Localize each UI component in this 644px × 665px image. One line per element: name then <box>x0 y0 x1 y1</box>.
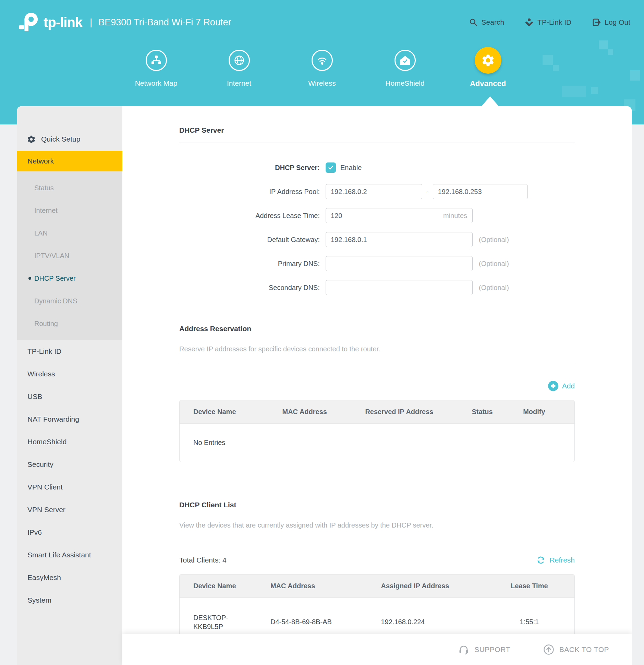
col-device-name: Device Name <box>180 575 270 598</box>
sidebar-item-iptv-vlan[interactable]: IPTV/VLAN <box>17 244 122 267</box>
secondary-dns-label: Secondary DNS: <box>179 284 326 292</box>
divider <box>179 363 575 363</box>
section-title-dhcp-server: DHCP Server <box>179 126 575 134</box>
dhcp-enable-row: DHCP Server: Enable <box>179 160 575 175</box>
nav-network-map[interactable]: Network Map <box>115 50 198 88</box>
ip-pool-start-input[interactable] <box>326 184 422 199</box>
dhcp-server-section: DHCP Server DHCP Server: Enable IP Add <box>179 126 575 295</box>
plus-icon <box>548 381 558 391</box>
main-nav: Network Map Internet <box>0 50 644 88</box>
back-to-top-button[interactable]: BACK TO TOP <box>543 644 609 655</box>
sidebar-item-nat-forwarding[interactable]: NAT Forwarding <box>17 408 122 431</box>
up-arrow-circle-icon <box>543 644 555 655</box>
active-bullet <box>28 277 31 280</box>
dhcp-server-form: DHCP Server: Enable IP Address Pool: - <box>179 160 575 295</box>
col-status: Status <box>472 400 523 424</box>
enable-label: Enable <box>340 164 362 172</box>
dhcp-enable-checkbox[interactable] <box>326 162 336 173</box>
deco-square <box>599 40 608 49</box>
address-reservation-description: Reserve IP addresses for specific device… <box>179 345 575 353</box>
tp-link-logo-icon <box>19 12 39 33</box>
sidebar-item-ipv6[interactable]: IPv6 <box>17 521 122 544</box>
sidebar-item-network[interactable]: Network <box>17 151 122 171</box>
side-item-label: VPN Client <box>27 483 63 491</box>
advanced-gear-icon <box>475 47 501 74</box>
sub-item-label: Internet <box>34 207 58 215</box>
refresh-icon <box>536 555 546 565</box>
dhcp-server-label: DHCP Server: <box>179 164 326 172</box>
sidebar-item-dynamic-dns[interactable]: Dynamic DNS <box>17 290 122 312</box>
network-map-icon <box>146 50 167 71</box>
sidebar-item-wireless[interactable]: Wireless <box>17 363 122 385</box>
sidebar-item-status[interactable]: Status <box>17 177 122 199</box>
internet-globe-icon <box>229 50 250 71</box>
col-lease-time: Lease Time <box>503 575 574 598</box>
sidebar-item-easymesh[interactable]: EasyMesh <box>17 566 122 589</box>
section-title-address-reservation: Address Reservation <box>179 325 575 333</box>
total-clients-label: Total Clients: 4 <box>179 556 227 564</box>
sidebar-item-internet[interactable]: Internet <box>17 199 122 222</box>
tplink-id-button[interactable]: TP-Link ID <box>525 18 571 27</box>
sidebar-item-label: Quick Setup <box>41 135 80 143</box>
sidebar-item-dhcp-server[interactable]: DHCP Server <box>17 267 122 290</box>
dhcp-client-list-description: View the devices that are currently assi… <box>179 521 575 529</box>
network-submenu: Status Internet LAN IPTV/VLAN DHCP Serve… <box>17 171 122 340</box>
nav-homeshield[interactable]: HomeShield <box>364 50 447 88</box>
optional-hint: (Optional) <box>479 236 509 244</box>
add-reservation-button[interactable]: Add <box>548 381 575 391</box>
deco-square <box>591 87 598 94</box>
section-title-dhcp-client-list: DHCP Client List <box>179 501 575 509</box>
model-title: BE9300 Tri-Band Wi-Fi 7 Router <box>98 17 231 28</box>
default-gateway-label: Default Gateway: <box>179 236 326 244</box>
col-mac-address: MAC Address <box>270 575 381 598</box>
side-item-label: Smart Life Assistant <box>27 551 91 559</box>
main-content: DHCP Server DHCP Server: Enable IP Add <box>122 106 632 665</box>
primary-dns-row: Primary DNS: (Optional) <box>179 256 575 271</box>
col-assigned-ip: Assigned IP Address <box>381 575 503 598</box>
col-reserved-ip: Reserved IP Address <box>365 400 472 424</box>
default-gateway-input[interactable] <box>326 232 473 247</box>
primary-dns-input[interactable] <box>326 256 473 271</box>
back-to-top-label: BACK TO TOP <box>559 645 609 654</box>
advanced-pointer <box>481 96 499 107</box>
search-label: Search <box>482 18 505 26</box>
nav-label: HomeShield <box>385 79 424 87</box>
sub-item-label: DHCP Server <box>34 275 76 282</box>
support-button[interactable]: SUPPORT <box>458 644 510 655</box>
sidebar-item-usb[interactable]: USB <box>17 385 122 408</box>
sidebar-item-quick-setup[interactable]: Quick Setup <box>17 130 122 148</box>
sidebar-item-tplink-id[interactable]: TP-Link ID <box>17 340 122 363</box>
optional-hint: (Optional) <box>479 284 509 292</box>
ip-pool-end-input[interactable] <box>433 184 528 199</box>
sub-item-label: Routing <box>34 320 58 328</box>
refresh-button[interactable]: Refresh <box>536 555 575 565</box>
nav-label: Internet <box>227 79 251 87</box>
nav-advanced[interactable]: Advanced <box>447 50 530 88</box>
side-item-label: VPN Server <box>27 506 65 514</box>
search-button[interactable]: Search <box>469 18 505 27</box>
device-name-text: DESKTOP-KKB9L5P <box>193 613 241 631</box>
topbar-actions: Search TP-Link ID Log Out <box>469 18 630 27</box>
nav-internet[interactable]: Internet <box>198 50 281 88</box>
sidebar-item-system[interactable]: System <box>17 589 122 612</box>
sidebar-item-routing[interactable]: Routing <box>17 312 122 335</box>
sidebar: Quick Setup Network Status Internet LAN … <box>17 106 122 665</box>
sidebar-item-vpn-client[interactable]: VPN Client <box>17 476 122 498</box>
sidebar-item-vpn-server[interactable]: VPN Server <box>17 498 122 521</box>
sidebar-item-homeshield[interactable]: HomeShield <box>17 431 122 453</box>
logout-button[interactable]: Log Out <box>592 18 630 27</box>
sidebar-item-smart-life-assistant[interactable]: Smart Life Assistant <box>17 544 122 566</box>
no-entries-cell: No Entries <box>180 424 574 462</box>
secondary-dns-input[interactable] <box>326 280 473 295</box>
check-icon <box>328 165 334 171</box>
nav-wireless[interactable]: Wireless <box>281 50 364 88</box>
ip-pool-separator: - <box>426 188 429 196</box>
ip-pool-row: IP Address Pool: - <box>179 184 575 199</box>
sidebar-item-lan[interactable]: LAN <box>17 222 122 244</box>
sub-item-label: Status <box>34 184 54 192</box>
tplink-id-label: TP-Link ID <box>537 18 571 26</box>
sidebar-item-security[interactable]: Security <box>17 453 122 476</box>
lease-time-label: Address Lease Time: <box>179 212 326 220</box>
logout-icon <box>592 18 601 27</box>
brand-separator: | <box>90 17 92 28</box>
